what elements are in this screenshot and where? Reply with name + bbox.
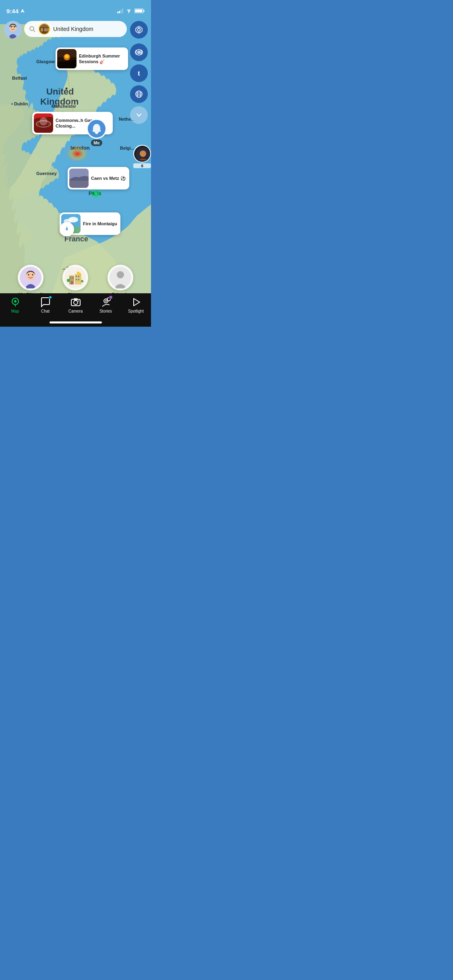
nav-stories[interactable]: Stories	[91, 296, 121, 313]
gear-icon	[134, 25, 143, 34]
svg-point-21	[89, 188, 103, 199]
belgium-avatar	[133, 145, 151, 163]
me-indicator[interactable]: Me	[87, 119, 107, 146]
svg-rect-79	[76, 279, 77, 280]
svg-text:Glasgow: Glasgow	[36, 59, 55, 64]
places-button[interactable]: Places	[62, 265, 88, 298]
nav-chat-label: Chat	[41, 309, 50, 313]
svg-rect-57	[47, 28, 50, 31]
friends-circle	[108, 265, 133, 290]
svg-rect-80	[78, 279, 79, 280]
svg-point-43	[128, 12, 129, 13]
edinburgh-label: Edinburgh Summer Sessions 🎸	[79, 53, 125, 65]
caen-story-card[interactable]: Caen vs Metz ⚽	[68, 167, 129, 189]
svg-rect-78	[78, 276, 79, 277]
battery-icon	[134, 8, 145, 13]
svg-point-91	[74, 301, 78, 305]
svg-point-31	[39, 117, 48, 126]
spotlight-icon	[130, 296, 142, 308]
svg-point-89	[14, 300, 17, 303]
svg-point-49	[11, 27, 12, 28]
edinburgh-story-card[interactable]: Edinburgh Summer Sessions 🎸	[56, 47, 128, 70]
time-display: 9:44	[6, 8, 19, 14]
belgium-user-card[interactable]: 8	[133, 145, 151, 168]
my-bitmoji-button[interactable]: My Bitmoji	[18, 265, 43, 298]
nav-camera-label: Camera	[68, 309, 83, 313]
belgium-label: 8	[133, 163, 151, 168]
svg-rect-81	[71, 281, 73, 284]
globe-button[interactable]	[130, 85, 148, 103]
bottom-actions: My Bitmoji P	[0, 265, 151, 298]
tumblr-button[interactable]: t	[130, 64, 148, 82]
svg-point-51	[30, 27, 34, 31]
search-text: United Kingdom	[53, 26, 93, 32]
svg-point-87	[117, 271, 124, 278]
svg-point-83	[81, 280, 83, 282]
svg-rect-56	[44, 28, 47, 31]
svg-point-42	[68, 217, 78, 222]
search-avatar	[39, 23, 50, 35]
nav-stories-label: Stories	[99, 309, 112, 313]
tumblr-icon: t	[138, 69, 140, 78]
chat-icon	[40, 296, 51, 308]
svg-point-50	[14, 27, 15, 28]
home-indicator	[50, 321, 102, 323]
nav-map-label: Map	[11, 309, 19, 313]
svg-rect-75	[70, 277, 71, 279]
svg-point-70	[28, 274, 29, 276]
direction-button[interactable]	[60, 222, 74, 237]
svg-text:Belgi...: Belgi...	[120, 146, 134, 150]
montaigu-label: Fire in Montaigu	[83, 221, 117, 226]
map-icon	[10, 296, 21, 308]
broadcast-button[interactable]	[130, 43, 148, 61]
svg-line-52	[33, 30, 35, 32]
svg-rect-46	[135, 10, 143, 12]
status-icons	[117, 8, 145, 13]
svg-rect-33	[37, 122, 39, 127]
svg-rect-34	[48, 122, 50, 127]
places-circle	[62, 265, 88, 290]
signal-icon	[117, 8, 123, 13]
svg-point-58	[138, 29, 141, 31]
nav-spotlight[interactable]: Spotlight	[121, 296, 151, 313]
svg-point-96	[105, 300, 107, 302]
svg-point-71	[32, 274, 33, 276]
svg-point-85	[77, 272, 79, 274]
status-bar: 9:44	[0, 0, 151, 18]
svg-point-61	[138, 51, 140, 53]
caen-label: Caen vs Metz ⚽	[91, 175, 126, 181]
status-time: 9:44	[6, 8, 25, 14]
camera-icon	[70, 296, 81, 308]
nav-spotlight-label: Spotlight	[128, 309, 144, 313]
svg-point-29	[65, 54, 69, 58]
svg-rect-55	[41, 28, 43, 31]
svg-point-82	[67, 279, 70, 282]
me-label: Me	[91, 140, 102, 146]
wifi-icon	[126, 8, 132, 13]
commonwealth-thumb	[34, 113, 53, 133]
svg-rect-77	[76, 276, 77, 277]
search-bar[interactable]: United Kingdom	[24, 21, 127, 37]
profile-avatar[interactable]	[4, 21, 22, 39]
caen-thumb	[69, 169, 89, 188]
chevron-down-icon	[136, 112, 142, 118]
edinburgh-thumb	[57, 49, 77, 68]
expand-button[interactable]	[130, 106, 148, 124]
right-panel: t	[130, 43, 148, 124]
me-avatar	[87, 119, 107, 139]
location-arrow-icon	[20, 8, 25, 13]
svg-text:Guernsey: Guernsey	[36, 171, 57, 176]
stories-icon	[100, 296, 112, 308]
my-bitmoji-circle	[18, 265, 43, 290]
nav-chat[interactable]: Chat	[30, 296, 60, 313]
nav-map[interactable]: Map	[0, 296, 30, 313]
nav-camera[interactable]: Camera	[60, 296, 91, 313]
settings-button[interactable]	[130, 21, 148, 39]
bottom-nav: Map Chat Camera	[0, 293, 151, 327]
friends-button[interactable]: Friends	[108, 265, 133, 298]
svg-point-25	[140, 150, 146, 157]
search-icon	[29, 26, 35, 32]
globe-icon	[134, 90, 143, 99]
svg-text:• Dublin: • Dublin	[11, 101, 28, 106]
svg-rect-76	[72, 277, 74, 279]
